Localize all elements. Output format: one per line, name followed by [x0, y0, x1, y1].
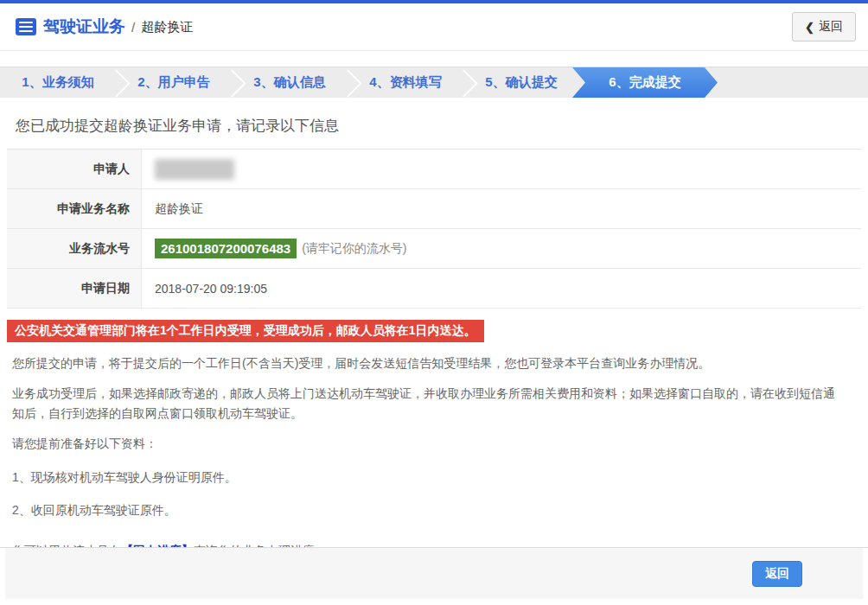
serial-number-badge: 261001807200076483: [155, 239, 297, 258]
chevron-left-icon: ❮: [805, 21, 814, 34]
header-divider: [0, 50, 868, 51]
page-title-primary: 驾驶证业务: [43, 16, 125, 38]
row-label: 申请业务名称: [7, 189, 142, 228]
back-button-bottom[interactable]: 返回: [752, 561, 802, 587]
row-label: 申请日期: [7, 269, 142, 308]
step-indicator: 1、业务须知 2、用户申告 3、确认信息 4、资料填写 5、确认提交 6、完成提…: [0, 67, 868, 98]
paragraph: 请您提前准备好以下资料：: [12, 434, 846, 453]
application-info-table: 申请人 申请业务名称 超龄换证 业务流水号 261001807200076483…: [7, 149, 861, 309]
page: 驾驶证业务 / 超龄换证 ❮ 返回 1、业务须知 2、用户申告 3、确认信息 4…: [0, 0, 868, 605]
table-row-serial-number: 业务流水号 261001807200076483 (请牢记你的流水号): [7, 229, 861, 269]
material-item-2: 2、收回原机动车驾驶证原件。: [12, 500, 846, 519]
table-row-apply-date: 申请日期 2018-07-20 09:19:05: [7, 269, 861, 309]
back-button-top[interactable]: ❮ 返回: [792, 12, 856, 41]
row-label: 业务流水号: [7, 229, 142, 268]
footer-divider: 返回: [0, 547, 868, 599]
step-5-confirm-submit[interactable]: 5、确认提交: [463, 67, 579, 98]
step-6-complete-submit[interactable]: 6、完成提交: [572, 67, 718, 98]
list-icon: [16, 18, 36, 35]
info-paragraphs: 您所提交的申请，将于提交后的一个工作日(不含当天)受理，届时会发送短信告知受理结…: [12, 353, 846, 519]
row-value: 261001807200076483 (请牢记你的流水号): [142, 229, 861, 268]
step-3-confirm-info[interactable]: 3、确认信息: [232, 67, 348, 98]
breadcrumb-separator: /: [131, 20, 135, 35]
redacted-applicant-name: [155, 159, 234, 180]
footer: 返回: [5, 548, 863, 599]
page-title-secondary: 超龄换证: [141, 19, 193, 35]
table-row-applicant: 申请人: [7, 150, 861, 189]
step-2-user-declaration[interactable]: 2、用户申告: [116, 67, 232, 98]
row-value: 2018-07-20 09:19:05: [142, 269, 861, 308]
paragraph: 您所提交的申请，将于提交后的一个工作日(不含当天)受理，届时会发送短信告知受理结…: [12, 353, 846, 373]
table-row-business-name: 申请业务名称 超龄换证: [7, 189, 861, 229]
processing-alert-banner: 公安机关交通管理部门将在1个工作日内受理，受理成功后，邮政人员将在1日内送达。: [7, 320, 484, 342]
row-value: [142, 150, 861, 188]
paragraph: 业务成功受理后，如果选择邮政寄递的，邮政人员将上门送达机动车驾驶证，并收取办理业…: [12, 384, 846, 423]
step-1-business-notice[interactable]: 1、业务须知: [0, 67, 116, 98]
row-label: 申请人: [7, 150, 142, 188]
material-item-1: 1、现场核对机动车驾驶人身份证明原件。: [12, 468, 846, 487]
header: 驾驶证业务 / 超龄换证 ❮ 返回: [0, 3, 868, 50]
step-4-fill-materials[interactable]: 4、资料填写: [348, 67, 463, 98]
serial-number-note: (请牢记你的流水号): [302, 241, 406, 257]
success-heading: 您已成功提交超龄换证业务申请，请记录以下信息: [16, 116, 852, 136]
stepbar-filler: [718, 67, 868, 98]
row-value: 超龄换证: [142, 189, 861, 228]
back-button-top-label: 返回: [819, 19, 843, 35]
